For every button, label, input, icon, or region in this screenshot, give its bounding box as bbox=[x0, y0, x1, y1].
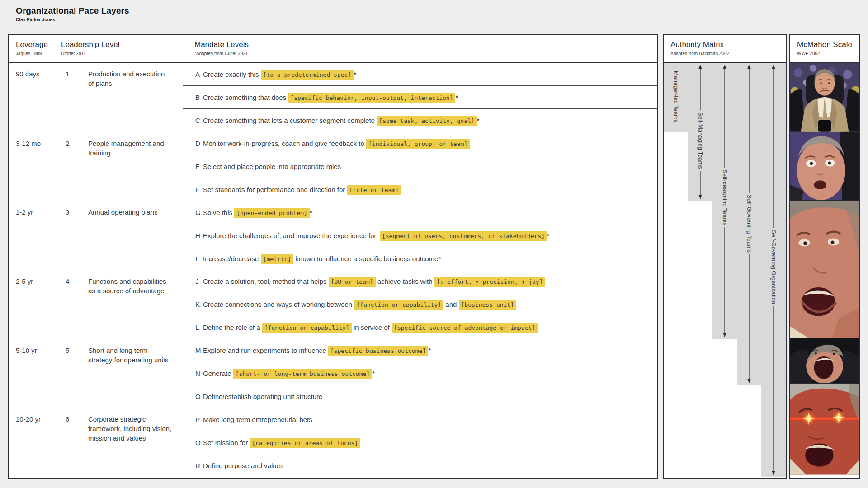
mandate-row-B: BCreate something that does [specific be… bbox=[183, 85, 657, 108]
mandate-variable-highlight: [specific behavior, input-output, intera… bbox=[288, 93, 455, 103]
table-body: 90 days1Production and execution of plan… bbox=[9, 63, 657, 477]
mcmahon-header: McMahon Scale WWE 2002 bbox=[790, 35, 859, 63]
mandate-text: Explore the challenges of, and improve t… bbox=[203, 232, 550, 239]
page-title: Organizational Pace Layers bbox=[16, 6, 129, 16]
mandate-letter: L bbox=[183, 324, 203, 331]
mandate-letter: F bbox=[183, 186, 203, 193]
mandate-variable-highlight: [segment of users, customers, or stakeho… bbox=[380, 231, 547, 241]
mandate-variable-highlight: [individual, group, or team] bbox=[366, 139, 470, 149]
mandate-letter: Q bbox=[183, 439, 203, 446]
authority-matrix-title: Authority Matrix bbox=[670, 40, 729, 49]
leadership-level-cell: 1 bbox=[66, 69, 69, 79]
mandate-variable-highlight: [↓ effort, ↑ precision, ↑ joy] bbox=[434, 277, 545, 287]
mandate-row-C: CCreate something that lets a customer s… bbox=[183, 108, 657, 131]
laser-eye-left bbox=[802, 413, 815, 425]
mandate-variable-highlight: [metric] bbox=[261, 254, 294, 264]
mandate-variable-highlight: [short- or long-term business outcome] bbox=[233, 369, 372, 379]
vince-shocked-image bbox=[790, 201, 859, 338]
leverage-cell: 3-12 mo bbox=[16, 139, 41, 148]
vince-surprised-image bbox=[790, 132, 859, 201]
mcmahon-scale-panel: McMahon Scale WWE 2002 bbox=[789, 34, 860, 479]
mcmahon-stages bbox=[790, 63, 859, 475]
mandate-variable-highlight: [function or capability] bbox=[354, 300, 443, 310]
column-header-leverage: Leverage Jaques 1989 bbox=[16, 40, 48, 56]
authority-level-label-2: Self-Managing Teams bbox=[697, 110, 704, 171]
authority-matrix-title-cell: Authority Matrix Adapted from Hackman 20… bbox=[670, 40, 729, 56]
mandate-row-L: LDefine the role of a [function or capab… bbox=[183, 316, 657, 339]
table-header: Leverage Jaques 1989 Leadership Level Dr… bbox=[9, 35, 657, 63]
mandate-letter: O bbox=[183, 393, 203, 400]
mandate-variable-highlight: [specific source of advantage or impact] bbox=[392, 323, 538, 333]
leverage-title: Leverage bbox=[16, 40, 48, 49]
mandate-text: Increase/decrease [metric] known to infl… bbox=[203, 255, 441, 263]
mandate-letter: K bbox=[183, 300, 203, 308]
page-author: Clay Parker Jones bbox=[16, 17, 129, 22]
mandate-rows: ACreate exactly this [to a predetermined… bbox=[183, 63, 657, 132]
mandate-row-Q: QSet mission for [categories or areas of… bbox=[183, 431, 657, 454]
mandate-rows: GSolve this [open-ended problem]*HExplor… bbox=[183, 201, 657, 270]
mcmahon-title-cell: McMahon Scale WWE 2002 bbox=[797, 40, 852, 56]
mandate-row-F: FSet standards for performance and direc… bbox=[183, 178, 657, 201]
authority-level-label-4: Self-Governing Teams bbox=[746, 193, 753, 254]
mandate-variable-highlight: [business unit] bbox=[459, 300, 516, 310]
authority-arrows bbox=[664, 63, 786, 477]
leadership-level-cell: 2 bbox=[66, 139, 69, 148]
mandate-letter: R bbox=[183, 462, 203, 469]
leverage-cell: 10-20 yr bbox=[16, 414, 41, 424]
leadership-level-cell: 3 bbox=[66, 207, 69, 217]
leadership-description-cell: Functions and capabilities as a source o… bbox=[88, 277, 172, 296]
vince-composed-image bbox=[790, 63, 859, 132]
laser-eye-right bbox=[833, 412, 845, 424]
mandates-title: Mandate Levels bbox=[194, 40, 249, 49]
mcmahon-stage-vince-surprised bbox=[790, 132, 859, 201]
mandate-text: Generate [short- or long-term business o… bbox=[203, 370, 375, 377]
title-block: Organizational Pace Layers Clay Parker J… bbox=[16, 6, 129, 22]
mcmahon-stage-vince-laser-eyes bbox=[790, 383, 859, 475]
leadership-level-cell: 4 bbox=[66, 277, 69, 286]
authority-matrix-source: Adapted from Hackman 2002 bbox=[670, 51, 729, 56]
mandate-row-R: RDefine purpose and values bbox=[183, 454, 657, 477]
mandate-letter: A bbox=[183, 70, 203, 78]
mandate-rows: DMonitor work-in-progress, coach and giv… bbox=[183, 132, 657, 201]
leverage-cell: 2-5 yr bbox=[16, 277, 33, 286]
mandate-row-A: ACreate exactly this [to a predetermined… bbox=[183, 63, 657, 85]
mandate-letter: I bbox=[183, 255, 203, 263]
mandate-rows: MExplore and run experiments to influenc… bbox=[183, 339, 657, 408]
mandate-row-N: NGenerate [short- or long-term business … bbox=[183, 362, 657, 385]
leadership-level-cell: 5 bbox=[66, 346, 69, 355]
leverage-cell: 1-2 yr bbox=[16, 207, 33, 217]
leadership-description-cell: Corporate strategic framework, including… bbox=[88, 414, 172, 443]
mandate-text: Make long-term entrepreneurial bets bbox=[203, 416, 312, 423]
leadership-description-cell: Annual operating plans bbox=[88, 207, 172, 217]
leverage-cell: 5-10 yr bbox=[16, 346, 37, 355]
leadership-level-cell: 6 bbox=[66, 414, 69, 424]
mandate-text: Solve this [open-ended problem]* bbox=[203, 209, 312, 216]
mandate-letter: D bbox=[183, 140, 203, 147]
mandate-row-M: MExplore and run experiments to influenc… bbox=[183, 339, 657, 362]
column-header-leadership-level: Leadership Level Drotter 2011 bbox=[61, 40, 119, 56]
mandate-text: Set mission for [categories or areas of … bbox=[203, 439, 360, 446]
mandate-row-P: PMake long-term entrepreneurial bets bbox=[183, 408, 657, 431]
leverage-group-2: 3-12 mo2People management and trainingDM… bbox=[9, 132, 657, 201]
mandate-variable-highlight: [open-ended problem] bbox=[234, 208, 310, 218]
authority-matrix-header: Authority Matrix Adapted from Hackman 20… bbox=[664, 35, 786, 63]
mandate-variable-highlight: [to a predetermined spec] bbox=[261, 70, 354, 80]
mandate-text: Monitor work-in-progress, coach and give… bbox=[203, 140, 470, 147]
mandate-text: Explore and run experiments to influence… bbox=[203, 347, 431, 354]
mandate-rows: JCreate a solution, tool, method that he… bbox=[183, 270, 657, 339]
vince-astonished-image bbox=[790, 338, 859, 384]
mandate-row-G: GSolve this [open-ended problem]* bbox=[183, 201, 657, 224]
mandate-letter: H bbox=[183, 232, 203, 239]
leadership-description-cell: People management and training bbox=[88, 139, 172, 158]
mandate-row-O: ODefine/establish operating unit structu… bbox=[183, 385, 657, 408]
mandate-variable-highlight: [categories or areas of focus] bbox=[250, 438, 360, 448]
leverage-source: Jaques 1989 bbox=[16, 51, 48, 56]
mandate-row-K: KCreate connections and ways of working … bbox=[183, 293, 657, 316]
mandate-letter: B bbox=[183, 94, 203, 101]
mandate-letter: P bbox=[183, 416, 203, 423]
mandate-letter: N bbox=[183, 370, 203, 377]
leverage-cell: 90 days bbox=[16, 69, 40, 79]
mandate-variable-highlight: [BU or team] bbox=[329, 277, 376, 287]
mandate-text: Create a solution, tool, method that hel… bbox=[203, 277, 545, 285]
leadership-description-cell: Short and long term strategy for operati… bbox=[88, 346, 172, 365]
